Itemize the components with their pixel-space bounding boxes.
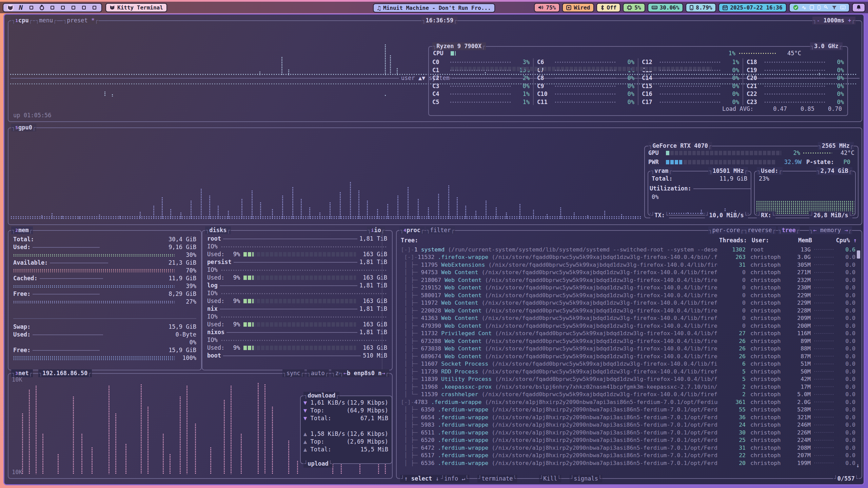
process-mem-graph xyxy=(814,416,834,418)
proc-box-title[interactable]: 4proc xyxy=(399,226,425,234)
media-player-pill[interactable]: ♫ Minuit Machine - Don't Run Fro... xyxy=(373,3,495,13)
proc-sort-column-switcher[interactable]: ← memory → xyxy=(809,226,852,234)
process-row[interactable]: │ ├─ 580017 Web Content (/nix/store/fqad… xyxy=(401,291,855,299)
process-row[interactable]: │ ├─ 479390 Web Content (/nix/store/fqad… xyxy=(401,322,855,330)
proc-terminate-button[interactable]: terminate xyxy=(477,475,517,483)
process-row[interactable]: │ ├─ 6472 .ferdium-wrappe (/nix/store/a1… xyxy=(401,444,855,452)
volume-pill[interactable]: 75% xyxy=(534,3,560,12)
process-row[interactable]: │ ├─ 689674 Web Content (/nix/store/fqad… xyxy=(401,352,855,360)
workspace-square-icon[interactable] xyxy=(71,5,76,11)
workspace-square-icon[interactable] xyxy=(60,5,66,11)
proc-signals-button[interactable]: signals xyxy=(570,475,602,483)
proc-scrollbar-thumb[interactable] xyxy=(857,250,860,259)
proc-filter-button[interactable]: filter xyxy=(426,226,455,234)
gpu-box-title[interactable]: 5gpu0 xyxy=(11,124,36,131)
process-row[interactable]: │ ├─ 11968 .keepassxc-prox (/nix/store/b… xyxy=(401,383,855,391)
cpu-usage-pill[interactable]: 5% xyxy=(623,3,645,12)
funnel-icon[interactable] xyxy=(832,5,837,10)
disk-io-label: IO% xyxy=(207,313,218,321)
proc-kill-button[interactable]: Kill xyxy=(539,475,561,483)
proc-info-button[interactable]: info ↵ xyxy=(440,475,469,483)
workspace-square-icon[interactable] xyxy=(92,5,97,11)
bluetooth-pill[interactable]: Off xyxy=(596,3,620,12)
process-row[interactable]: │ ├─ 11972 Web Content (/nix/store/fqadd… xyxy=(401,299,855,307)
proc-tree-button[interactable]: tree xyxy=(778,226,800,234)
core-history-graph xyxy=(555,85,615,87)
check-circle-icon[interactable] xyxy=(793,5,798,10)
mem-row-value: 9,16 GiB xyxy=(169,243,196,251)
process-row[interactable]: │ ├─ 6654 .ferdium-wrappe (/nix/store/a1… xyxy=(401,413,855,421)
process-row[interactable]: │ ├─ 218067 Web Content (/nix/store/fqad… xyxy=(401,276,855,284)
proc-percore-button[interactable]: per-core xyxy=(708,226,744,234)
net-sync-button[interactable]: sync xyxy=(282,369,304,377)
menu-button[interactable]: menu xyxy=(35,17,57,24)
cpu-detail-panel: Ryzen 9 7900X 3.0 GHz CPU 1% 45°C C0 xyxy=(428,46,848,116)
process-row[interactable]: │ ├─ 41363 Web Content (/nix/store/fqadd… xyxy=(401,314,855,322)
preset-button[interactable]: preset * xyxy=(63,17,99,24)
workspace-flame-icon[interactable] xyxy=(39,5,45,11)
workspace-square-icon[interactable] xyxy=(81,5,87,11)
disk-size: 1,81 TiB xyxy=(359,258,387,266)
process-row[interactable]: [-]-11532 .firefox-wrappe (/nix/store/fq… xyxy=(401,253,855,261)
process-mem-graph xyxy=(814,355,834,357)
notifications-pill[interactable] xyxy=(852,3,865,12)
process-row[interactable]: │ ├─ 6520 .ferdium-wrappe (/nix/store/a1… xyxy=(401,436,855,444)
process-row[interactable]: │ ├─ 11739 RDD Process (/nix/store/fqadd… xyxy=(401,368,855,375)
net-interface-switcher[interactable]: ←b enp8s0 n→ xyxy=(339,369,389,377)
process-row[interactable]: │ ├─ 11607 Socket Process (/nix/store/fq… xyxy=(401,360,855,368)
cpu-box-title[interactable]: 1cpu xyxy=(11,17,33,24)
process-row[interactable]: │ └─ 11539 crashhelper (/nix/store/fqadd… xyxy=(401,391,855,399)
keyboard-icon[interactable] xyxy=(840,5,846,9)
process-mem-graph xyxy=(814,257,834,258)
key-icon[interactable] xyxy=(824,5,828,10)
ethernet-icon xyxy=(566,5,571,10)
proc-scroll-down-arrow[interactable]: ↓ xyxy=(856,462,860,469)
process-row[interactable]: │ ├─ 220028 Web Content (/nix/store/fqad… xyxy=(401,307,855,314)
process-row[interactable]: │ ├─ 673288 Web Content (/nix/store/fqad… xyxy=(401,337,855,345)
phone-icon[interactable] xyxy=(817,5,821,10)
disk-size: 1,81 TiB xyxy=(359,235,387,243)
mem-row-label: Total: xyxy=(13,236,34,243)
wave-icon[interactable]: ∿ xyxy=(802,4,806,11)
workspace-cat-icon[interactable] xyxy=(7,5,13,11)
process-row[interactable]: │ ├─ 6511 .ferdium-wrappe (/nix/store/a1… xyxy=(401,429,855,436)
clock-pill[interactable]: 2025-07-22 16:36 xyxy=(718,3,786,12)
workspace-square-icon[interactable] xyxy=(50,5,55,11)
process-row[interactable]: [-]-4783 .ferdium-wrappe (/nix/store/a1p… xyxy=(401,398,855,406)
process-row[interactable]: │ ├─ 11795 WebExtensions (/nix/store/fqa… xyxy=(401,261,855,269)
process-mem-graph xyxy=(814,447,834,448)
proc-select-control[interactable]: ↑ select ↓ xyxy=(400,475,443,483)
clock-value: 2025-07-22 16:36 xyxy=(730,4,782,11)
net-auto-button[interactable]: auto xyxy=(307,369,329,377)
cpu-frequency: 3.0 GHz xyxy=(810,42,843,50)
disk-usage-pill[interactable]: 8.79% xyxy=(686,3,716,12)
process-row[interactable]: │ ├─ 219152 Web Content (/nix/store/fqad… xyxy=(401,284,855,292)
process-row[interactable]: │ ├─ 11732 Privileged Cont (/nix/store/f… xyxy=(401,330,855,338)
workspace-nixos-icon[interactable]: N xyxy=(18,5,24,11)
disk-name: persist xyxy=(207,258,232,266)
clipboard-icon[interactable] xyxy=(810,5,814,10)
disks-box-title[interactable]: disks xyxy=(205,226,231,234)
upload-total-row: ▲ Total:15,5 MiB xyxy=(303,446,388,453)
process-row[interactable]: │ ├─ 6517 .ferdium-wrappe (/nix/store/a1… xyxy=(401,452,855,460)
sort-direction-arrow: ↑ xyxy=(853,237,857,244)
proc-reverse-button[interactable]: reverse xyxy=(744,226,776,234)
process-row[interactable]: │ ├─ 6350 .ferdium-wrappe (/nix/store/a1… xyxy=(401,406,855,414)
process-row[interactable]: │ ├─ 94753 Web Content (/nix/store/fqadd… xyxy=(401,269,855,277)
media-title: Minuit Machine - Don't Run Fro... xyxy=(383,5,491,11)
process-row[interactable]: │ ├─ 5983 .ferdium-wrappe (/nix/store/a1… xyxy=(401,421,855,429)
memory-box-title[interactable]: 2mem xyxy=(11,226,33,234)
process-row[interactable]: │ ├─ 11839 Utility Process (/nix/store/f… xyxy=(401,375,855,383)
update-interval-control[interactable]: - 1000ms + xyxy=(812,17,855,24)
workspace-square-icon[interactable] xyxy=(28,5,34,11)
disk-used-value: 163 GiB xyxy=(356,274,387,282)
memory-usage-pill[interactable]: 30.06% xyxy=(648,3,684,12)
core-history-graph xyxy=(450,69,511,71)
network-pill[interactable]: Wired xyxy=(562,3,594,12)
process-row[interactable]: │ ├─ 673038 Web Content (/nix/store/fqad… xyxy=(401,345,855,353)
workspace-switcher: N xyxy=(3,3,102,12)
process-row[interactable]: │ ├─ 6536 .ferdium-wrappe (/nix/store/a1… xyxy=(401,459,855,467)
process-row[interactable]: [-]-1 systemd (/run/current-system/syste… xyxy=(401,246,855,253)
window-title-pill[interactable]: Kitty Terminal xyxy=(105,3,167,12)
upload-title: upload xyxy=(303,460,333,468)
